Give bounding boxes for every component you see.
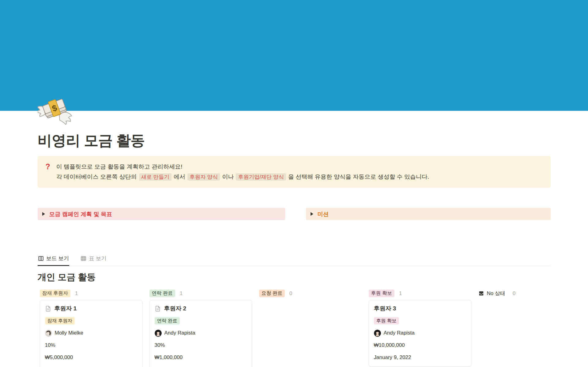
status-label[interactable]: No 상태	[487, 290, 505, 297]
callout-text-segment: 에서	[174, 174, 185, 180]
table-view-icon	[81, 256, 86, 261]
kanban-board: 잠재 후원자 1 후원자 1 잠재 후원자	[40, 289, 581, 367]
tab-table-view[interactable]: 표 보기	[80, 252, 107, 266]
person-name: Andy Rapista	[384, 329, 415, 337]
person-name: Molly Mielke	[55, 329, 84, 337]
avatar	[45, 330, 52, 337]
callout-line2: 각 데이터베이스 오른쪽 상단의새로 만들기에서후원자 양식이나후원기업/재단 …	[56, 172, 429, 182]
donor-card-2[interactable]: 후원자 2 연락 완료 Andy Rapista 30% ₩1,000,000 …	[149, 300, 252, 367]
kanban-column-secured: 후원 확보 1 후원자 3 후원 확보 Andy Rapista ₩10,000…	[369, 289, 471, 367]
date-value: January 9, 2022	[374, 354, 466, 361]
percent-value: 30%	[155, 341, 247, 349]
status-badge[interactable]: 후원 확보	[369, 290, 394, 297]
kanban-column-contacted: 연락 완료 1 후원자 2 연락 완료	[149, 289, 252, 367]
column-count: 1	[180, 290, 183, 296]
column-header[interactable]: 연락 완료 1	[149, 289, 252, 297]
toggle-triangle-icon[interactable]	[42, 212, 45, 216]
tab-label[interactable]: 표 보기	[89, 255, 106, 262]
board-view-icon	[38, 256, 44, 261]
page-icon	[155, 305, 161, 312]
donor-card-3[interactable]: 후원자 3 후원 확보 Andy Rapista ₩10,000,000 Jan…	[369, 300, 471, 367]
percent-value: 10%	[45, 341, 137, 349]
card-title[interactable]: 후원자 1	[55, 305, 77, 313]
date-value: August 10, 2022	[45, 366, 137, 367]
status-badge[interactable]: 잠재 후원자	[40, 290, 70, 297]
amount-value: ₩5,000,000	[45, 354, 137, 361]
card-status-badge[interactable]: 잠재 후원자	[45, 317, 75, 324]
view-tabs: 보드 보기 표 보기	[38, 252, 551, 266]
kanban-column-potential: 잠재 후원자 1 후원자 1 잠재 후원자	[40, 289, 142, 367]
money-with-wings-emoji[interactable]: $	[38, 93, 74, 129]
database-title[interactable]: 개인 모금 활동	[38, 272, 551, 283]
toggles-row: 모금 캠페인 계획 및 목표 미션	[38, 208, 551, 220]
card-status-badge[interactable]: 연락 완료	[155, 317, 180, 324]
card-status-badge[interactable]: 후원 확보	[374, 317, 399, 324]
kanban-column-no-status: No 상태 0	[478, 289, 581, 367]
tab-label[interactable]: 보드 보기	[46, 255, 69, 262]
callout-text-segment: 을 선택해 유용한 양식을 자동으로 생성할 수 있습니다.	[288, 174, 429, 180]
column-header[interactable]: 후원 확보 1	[369, 289, 471, 297]
toggle-mission[interactable]: 미션	[306, 208, 551, 220]
callout-text-segment: 이나	[222, 174, 234, 180]
column-count: 1	[399, 290, 402, 296]
donor-form-tag: 후원자 양식	[187, 173, 220, 181]
avatar	[155, 330, 162, 337]
page-icon	[45, 305, 51, 312]
callout-text-segment: 각 데이터베이스 오른쪽 상단의	[56, 174, 137, 180]
amount-value: ₩10,000,000	[374, 341, 466, 349]
amount-value: ₩1,000,000	[155, 354, 247, 361]
toggle-label[interactable]: 미션	[318, 210, 329, 218]
column-header[interactable]: 요청 완료 0	[259, 289, 362, 297]
avatar	[374, 330, 381, 337]
column-count: 1	[75, 290, 78, 296]
person-name: Andy Rapista	[164, 329, 195, 337]
toggle-campaign-plan[interactable]: 모금 캠페인 계획 및 목표	[38, 208, 285, 220]
card-title[interactable]: 후원자 3	[374, 305, 396, 313]
new-button-tag: 새로 만들기	[139, 173, 172, 181]
inbox-icon	[478, 290, 484, 296]
page-content: $ 비영리 모금 활동 ? 이 템플릿으로 모금 활동을 계획하고 관리하세요!…	[38, 93, 551, 367]
callout-block: ? 이 템플릿으로 모금 활동을 계획하고 관리하세요! 각 데이터베이스 오른…	[38, 156, 551, 188]
status-badge[interactable]: 요청 완료	[259, 290, 285, 297]
page-title: 비영리 모금 활동	[38, 132, 551, 149]
column-count: 0	[513, 290, 515, 296]
column-count: 0	[289, 290, 292, 296]
card-title[interactable]: 후원자 2	[164, 305, 187, 313]
column-header[interactable]: No 상태 0	[478, 289, 581, 297]
kanban-column-requested: 요청 완료 0	[259, 289, 362, 367]
question-mark-icon: ?	[46, 162, 50, 182]
status-badge[interactable]: 연락 완료	[149, 290, 175, 297]
toggle-triangle-icon[interactable]	[310, 212, 314, 216]
tab-board-view[interactable]: 보드 보기	[38, 252, 70, 266]
donor-card-1[interactable]: 후원자 1 잠재 후원자 Molly Mielke 10% ₩5,000,000…	[40, 300, 142, 367]
callout-line1: 이 템플릿으로 모금 활동을 계획하고 관리하세요!	[56, 162, 429, 171]
date-value: April 23, 2022	[155, 366, 247, 367]
column-header[interactable]: 잠재 후원자 1	[40, 289, 142, 297]
corporate-form-tag: 후원기업/재단 양식	[236, 173, 286, 181]
toggle-label[interactable]: 모금 캠페인 계획 및 목표	[49, 210, 112, 218]
